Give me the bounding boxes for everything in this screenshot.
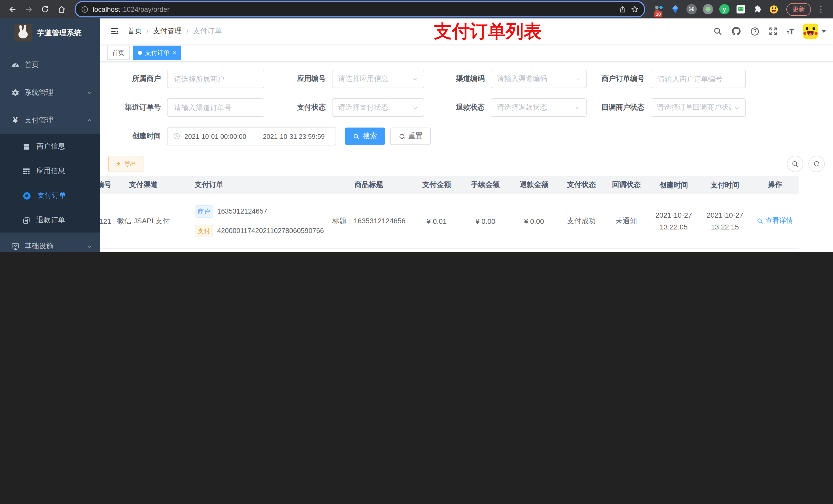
tags-view-bar: 首页 支付订单 × [100,44,833,62]
cell-action: 查看详情 [751,216,799,226]
navbar-actions: тT [713,24,826,39]
yen-icon: ¥ [11,115,20,125]
extension-chat-icon[interactable] [735,4,746,15]
browser-home-button[interactable] [54,2,69,16]
fold-menu-icon [110,27,119,36]
avatar [803,24,818,39]
date-start: 2021-10-01 00:00:00 [185,133,246,140]
app-title: 芋道管理系统 [37,28,81,38]
search-icon [791,160,799,167]
sidebar-item-pay-order[interactable]: ¥ 支付订单 [0,183,100,208]
cell-fee-amount: ¥ 0.00 [461,217,510,225]
monitor-icon [11,242,20,250]
sidebar-item-refund-order[interactable]: 退款订单 [0,208,100,233]
extension-command-icon[interactable]: ⌘ [686,4,697,15]
search-icon[interactable] [713,27,722,36]
address-bar[interactable]: localhost:1024/pay/order [75,1,645,18]
info-icon[interactable] [81,5,89,13]
app-id-select[interactable]: 请选择应用信息 [332,70,424,88]
yen-circle-icon: ¥ [23,191,31,200]
chevron-down-icon [412,105,418,111]
sidebar-collapse-button[interactable] [106,27,123,36]
cell-product-title: 标题：1635312124656 [325,216,412,225]
refresh-table-button[interactable] [808,156,825,172]
view-detail-link[interactable]: 查看详情 [757,216,793,225]
sidebar-item-system[interactable]: 系统管理 [0,79,100,106]
extension-kite-icon[interactable] [670,4,681,15]
app-logo-row[interactable]: 芋道管理系统 [0,19,100,47]
cell-pay-amount: ¥ 0.01 [412,217,461,225]
clock-icon [173,133,180,140]
merchant-order-no-input[interactable] [651,70,746,88]
table-header-row: 编号 支付渠道 支付订单 商品标题 支付金额 手续金额 退款金额 支付状态 回调… [100,176,799,194]
date-end: 2021-10-31 23:59:59 [263,133,325,140]
dashboard-icon [11,61,20,69]
extension-emoji-icon[interactable] [768,4,779,15]
chevron-down-icon [87,90,93,96]
browser-forward-button[interactable] [22,2,36,16]
merchant-order-no-label: 商户订单编号 [587,74,644,83]
bookmark-star-icon[interactable] [630,5,639,13]
sidebar-item-pay[interactable]: ¥ 支付管理 [0,106,100,134]
shop-icon [23,143,30,150]
github-icon[interactable] [731,26,742,37]
tab-home[interactable]: 首页 [107,46,129,60]
download-icon [115,161,121,167]
pay-status-select[interactable]: 请选择支付状态 [332,98,424,117]
cell-order-id: 121 [100,217,115,225]
pay-status-label: 支付状态 [264,103,326,112]
table-toolbar: 导出 [108,156,825,172]
extension-grid-icon[interactable]: 10 [653,4,664,15]
browser-back-button[interactable] [5,2,20,16]
svg-text:¥: ¥ [25,193,29,198]
chevron-down-icon [87,243,93,249]
sidebar-item-merchant-info[interactable]: 商户信息 [0,134,100,159]
sidebar-item-app-info[interactable]: 应用信息 [0,159,100,183]
extension-record-icon[interactable] [703,4,714,15]
breadcrumb-pay[interactable]: 支付管理 [153,27,182,36]
help-icon[interactable] [750,26,760,36]
refresh-icon [813,160,820,167]
chevron-down-icon [575,76,580,82]
breadcrumb-separator: / [187,27,189,35]
extension-puzzle-icon[interactable] [752,4,763,15]
user-menu[interactable] [803,24,826,39]
cell-pay-channel: 微信 JSAPI 支付 [115,216,172,225]
cell-pay-order: 商户 1635312124657 支付 42000011742021102780… [172,205,325,237]
font-size-icon[interactable]: тT [787,27,794,35]
back-arrow-icon [8,5,17,14]
browser-update-button[interactable]: 更新 [786,3,811,16]
date-separator: - [253,133,256,140]
search-button[interactable]: 搜索 [345,127,385,145]
refund-status-select[interactable]: 请选择退款状态 [491,98,587,117]
copy-icon [23,216,30,224]
export-button[interactable]: 导出 [108,156,143,172]
table-row: 121 微信 JSAPI 支付 商户 1635312124657 支付 4200… [100,194,799,249]
channel-order-no: 4200001174202110278060590766 [217,227,324,235]
notify-status-select[interactable]: 请选择订单回调商户状态 [651,98,746,117]
page-title: 支付订单列表 [434,20,542,44]
table-body: 121 微信 JSAPI 支付 商户 1635312124657 支付 4200… [100,194,799,252]
channel-code-select[interactable]: 请输入渠道编码 [491,70,587,88]
share-icon[interactable] [619,5,626,13]
merchant-input[interactable] [167,70,264,88]
caret-down-icon [822,30,826,32]
refund-status-label: 退款状态 [424,103,485,112]
fullscreen-icon[interactable] [769,27,778,36]
reset-button[interactable]: 重置 [390,127,431,145]
extension-yuque-icon[interactable]: y [719,4,730,15]
browser-menu-icon[interactable]: ⋮ [816,5,826,14]
sidebar-item-home[interactable]: 首页 [0,51,100,79]
breadcrumb-home[interactable]: 首页 [127,27,142,36]
view-detail-icon [757,218,763,224]
home-icon [57,5,66,14]
channel-order-no-input[interactable] [167,98,264,117]
url-path: :1024/pay/order [121,5,170,13]
create-time-range-picker[interactable]: 2021-10-01 00:00:00 - 2021-10-31 23:59:5… [167,127,336,145]
browser-reload-button[interactable] [38,2,52,16]
sidebar-item-infra[interactable]: 基础设施 [0,233,100,252]
tab-close-icon[interactable]: × [173,50,176,56]
tab-pay-order[interactable]: 支付订单 × [133,46,181,60]
toggle-search-button[interactable] [787,156,803,172]
notify-status-label: 回调商户状态 [587,103,644,112]
